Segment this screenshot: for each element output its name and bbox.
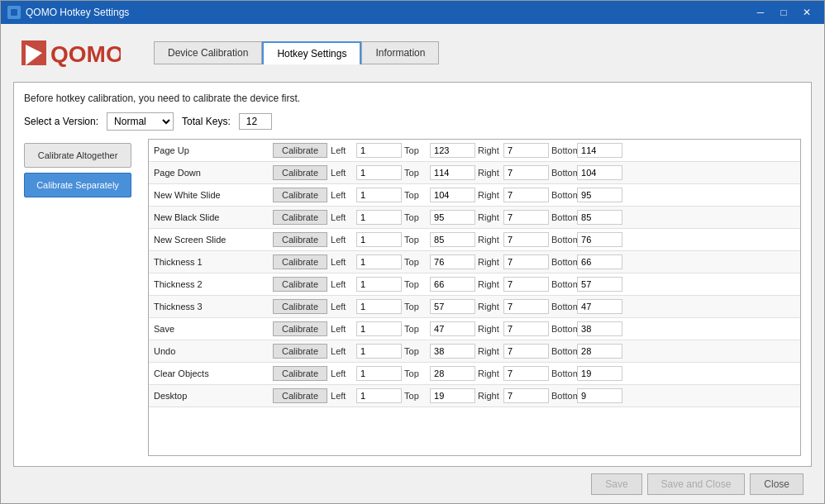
top-input[interactable] [430, 188, 475, 202]
right-input[interactable] [503, 366, 549, 381]
bottom-input[interactable] [577, 210, 622, 225]
bottom-input[interactable] [577, 277, 622, 292]
left-input[interactable] [356, 188, 402, 202]
top-label: Top [404, 235, 427, 245]
right-input[interactable] [503, 188, 549, 202]
top-input[interactable] [430, 277, 475, 292]
right-label: Right [478, 279, 501, 289]
left-label: Left [331, 212, 354, 222]
bottom-input[interactable] [577, 254, 622, 269]
calibrate-button[interactable]: Calibrate [273, 388, 327, 403]
left-input[interactable] [356, 299, 402, 314]
bottom-input[interactable] [577, 344, 622, 359]
svg-rect-1 [11, 9, 17, 16]
left-input[interactable] [356, 143, 402, 158]
bottom-input[interactable] [577, 366, 622, 381]
tab-device-calibration[interactable]: Device Calibration [154, 41, 262, 64]
maximize-button[interactable]: □ [773, 4, 794, 21]
close-dialog-button[interactable]: Close [750, 473, 804, 495]
right-input[interactable] [503, 321, 549, 336]
bottom-label: Bottom [551, 145, 575, 155]
table-row: Page Up Calibrate Left Top Right Bottom [149, 140, 800, 162]
title-bar: QOMO Hotkey Settings ─ □ ✕ [1, 1, 824, 24]
left-input[interactable] [356, 165, 402, 180]
field-group: Left Top Right Bottom [331, 299, 795, 314]
table-row: Desktop Calibrate Left Top Right Bottom [149, 385, 800, 407]
bottom-input[interactable] [577, 299, 622, 314]
bottom-input[interactable] [577, 388, 622, 403]
left-input[interactable] [356, 366, 402, 381]
left-input[interactable] [356, 344, 402, 359]
top-input[interactable] [430, 366, 475, 381]
bottom-input[interactable] [577, 188, 622, 202]
left-label: Left [331, 190, 354, 200]
calibrate-button[interactable]: Calibrate [273, 165, 327, 180]
top-input[interactable] [430, 299, 475, 314]
left-input[interactable] [356, 321, 402, 336]
left-label: Left [331, 391, 354, 401]
table-row: Save Calibrate Left Top Right Bottom [149, 318, 800, 340]
hotkey-name: Thickness 2 [154, 279, 269, 289]
bottom-label: Bottom [551, 279, 575, 289]
bottom-input[interactable] [577, 143, 622, 158]
minimize-button[interactable]: ─ [750, 4, 771, 21]
right-input[interactable] [503, 143, 549, 158]
calibrate-button[interactable]: Calibrate [273, 188, 327, 202]
top-label: Top [404, 279, 427, 289]
calibrate-button[interactable]: Calibrate [273, 254, 327, 269]
right-input[interactable] [503, 388, 549, 403]
close-button[interactable]: ✕ [796, 4, 818, 21]
bottom-input[interactable] [577, 165, 622, 180]
calibrate-button[interactable]: Calibrate [273, 299, 327, 314]
calibrate-button[interactable]: Calibrate [273, 321, 327, 336]
bottom-input[interactable] [577, 321, 622, 336]
calibrate-button[interactable]: Calibrate [273, 366, 327, 381]
calibrate-button[interactable]: Calibrate [273, 277, 327, 292]
save-close-button[interactable]: Save and Close [647, 473, 746, 495]
tab-hotkey-settings[interactable]: Hotkey Settings [262, 41, 361, 64]
top-input[interactable] [430, 388, 475, 403]
top-label: Top [404, 257, 427, 267]
bottom-label: Bottom [551, 302, 575, 311]
hotkey-name: New White Slide [154, 190, 269, 200]
calibrate-button[interactable]: Calibrate [273, 344, 327, 359]
left-input[interactable] [356, 254, 402, 269]
right-input[interactable] [503, 344, 549, 359]
top-input[interactable] [430, 232, 475, 247]
hotkey-name: Clear Objects [154, 368, 269, 378]
hotkey-table[interactable]: Page Up Calibrate Left Top Right Bottom … [148, 139, 801, 456]
hotkey-name: New Screen Slide [154, 235, 269, 245]
top-label: Top [404, 391, 427, 401]
field-group: Left Top Right Bottom [331, 210, 795, 225]
top-input[interactable] [430, 165, 475, 180]
top-input[interactable] [430, 321, 475, 336]
top-input[interactable] [430, 254, 475, 269]
calibrate-button[interactable]: Calibrate [273, 143, 327, 158]
calibrate-button[interactable]: Calibrate [273, 232, 327, 247]
table-row: New White Slide Calibrate Left Top Right… [149, 184, 800, 207]
top-input[interactable] [430, 143, 475, 158]
right-label: Right [478, 302, 501, 311]
left-input[interactable] [356, 388, 402, 403]
right-label: Right [478, 168, 501, 178]
tab-information[interactable]: Information [361, 41, 439, 64]
right-input[interactable] [503, 299, 549, 314]
top-input[interactable] [430, 210, 475, 225]
save-button[interactable]: Save [591, 473, 641, 495]
right-input[interactable] [503, 165, 549, 180]
top-input[interactable] [430, 344, 475, 359]
left-input[interactable] [356, 277, 402, 292]
field-group: Left Top Right Bottom [331, 254, 795, 269]
right-input[interactable] [503, 277, 549, 292]
calibrate-altogether-button[interactable]: Calibrate Altogether [24, 143, 131, 168]
field-group: Left Top Right Bottom [331, 344, 795, 359]
version-select[interactable]: Normal Extended [107, 112, 174, 131]
right-input[interactable] [503, 232, 549, 247]
right-input[interactable] [503, 210, 549, 225]
left-input[interactable] [356, 232, 402, 247]
calibrate-separately-button[interactable]: Calibrate Separately [24, 173, 131, 197]
right-input[interactable] [503, 254, 549, 269]
left-input[interactable] [356, 210, 402, 225]
bottom-input[interactable] [577, 232, 622, 247]
calibrate-button[interactable]: Calibrate [273, 210, 327, 225]
